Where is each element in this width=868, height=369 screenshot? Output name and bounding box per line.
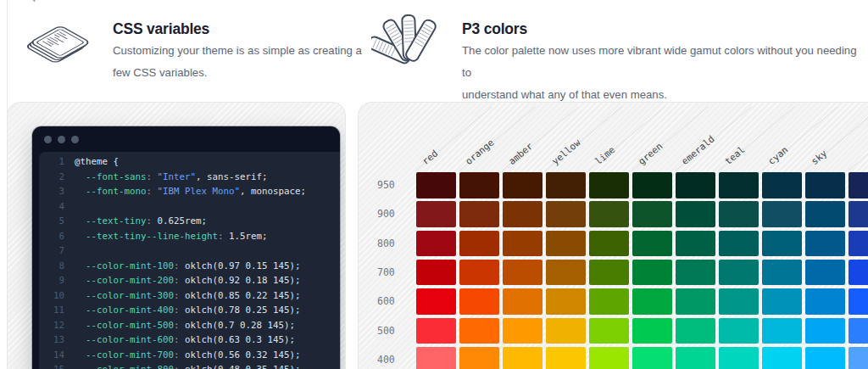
code-token-plain: , sans-serif; bbox=[196, 171, 268, 182]
code-token-punct: : bbox=[174, 364, 185, 369]
code-token-punct: : bbox=[174, 349, 185, 361]
code-editor-panel: 1@theme {2 --font-sans: "Inter", sans-se… bbox=[39, 152, 340, 369]
swatch-yellow-900 bbox=[546, 201, 586, 227]
code-line: 7 bbox=[39, 243, 340, 259]
swatch-red-900 bbox=[416, 201, 456, 227]
swatch-yellow-800 bbox=[546, 231, 586, 257]
swatch-lime-700 bbox=[589, 260, 629, 286]
code-line: 10 --color-mint-300: oklch(0.85 0.22 145… bbox=[39, 288, 340, 304]
line-number: 15 bbox=[42, 362, 64, 369]
line-number: 14 bbox=[42, 348, 64, 363]
swatch-orange-600 bbox=[459, 288, 499, 315]
swatch-amber-400 bbox=[503, 347, 542, 369]
line-number: 6 bbox=[42, 229, 64, 244]
swatch-yellow-500 bbox=[546, 318, 586, 344]
window-maximize-dot bbox=[71, 136, 79, 143]
swatch-teal-950 bbox=[719, 172, 759, 198]
description-line: Customizing your theme is as simple as c… bbox=[113, 40, 362, 62]
code-line: 8 --color-mint-100: oklch(0.97 0.15 145)… bbox=[39, 259, 340, 274]
swatch-teal-600 bbox=[719, 288, 759, 315]
code-line: 5 --text-tiny: 0.625rem; bbox=[39, 214, 340, 229]
description-line: few CSS variables. bbox=[113, 62, 362, 84]
code-tablet-isometric-icon bbox=[25, 12, 95, 71]
swatch-lime-400 bbox=[589, 347, 629, 369]
column-label-text: lime bbox=[593, 144, 618, 167]
line-number: 1 bbox=[42, 154, 64, 170]
line-number: 8 bbox=[42, 259, 64, 274]
code-token-punct: : bbox=[174, 275, 185, 286]
swatch-amber-500 bbox=[503, 318, 542, 344]
window-close-dot bbox=[44, 136, 52, 143]
swatch-red-950 bbox=[416, 172, 456, 198]
color-swatches-fan-icon bbox=[371, 10, 448, 64]
swatch-sky-600 bbox=[805, 288, 845, 315]
swatch-yellow-700 bbox=[546, 260, 586, 286]
code-token-plain: 1.5rem; bbox=[229, 231, 268, 242]
swatch-lime-950 bbox=[589, 172, 629, 198]
swatch-cyan-600 bbox=[762, 288, 802, 315]
code-token-prop: --text-tiny bbox=[75, 215, 147, 226]
code-token-prop: --color-mint-200 bbox=[75, 275, 174, 286]
swatch-sky-800 bbox=[805, 231, 845, 257]
swatch-red-500 bbox=[416, 318, 456, 344]
line-number: 4 bbox=[42, 199, 64, 215]
swatch-emerald-950 bbox=[676, 172, 715, 198]
feature-description-p3-colors: The color palette now uses more vibrant … bbox=[462, 40, 868, 106]
swatch-blue-800 bbox=[849, 231, 868, 257]
swatch-green-400 bbox=[632, 347, 672, 369]
cropped-decoration-fragment bbox=[29, 0, 42, 4]
code-token-plain: oklch(0.63 0.3 145); bbox=[185, 334, 295, 345]
swatch-cyan-950 bbox=[762, 172, 802, 198]
line-number: 11 bbox=[42, 303, 64, 318]
column-label-text: amber bbox=[507, 141, 536, 167]
swatch-lime-900 bbox=[589, 201, 629, 227]
feature-description-css-variables: Customizing your theme is as simple as c… bbox=[113, 40, 362, 84]
window-minimize-dot bbox=[58, 136, 65, 143]
swatch-teal-700 bbox=[719, 260, 759, 286]
swatch-teal-800 bbox=[719, 231, 759, 257]
shade-row-label-600: 600 bbox=[377, 288, 395, 315]
code-block: 1@theme {2 --font-sans: "Inter", sans-se… bbox=[39, 152, 340, 369]
code-token-str: "Inter" bbox=[158, 171, 197, 182]
swatch-orange-800 bbox=[459, 231, 499, 257]
code-token-prop: --color-mint-300 bbox=[75, 290, 174, 301]
swatch-emerald-700 bbox=[676, 260, 715, 286]
code-line: 4 bbox=[39, 199, 340, 215]
swatch-yellow-950 bbox=[546, 172, 586, 198]
shade-row-label-950: 950 bbox=[377, 172, 395, 198]
column-label-text: cyan bbox=[766, 144, 791, 167]
swatch-amber-950 bbox=[503, 172, 542, 198]
code-line: 12 --color-mint-500: oklch(0.7 0.28 145)… bbox=[39, 318, 340, 333]
code-token-punct: : bbox=[174, 305, 185, 316]
code-token-punct: : bbox=[147, 186, 158, 197]
code-token-prop: --color-mint-400 bbox=[75, 305, 174, 316]
code-token-punct: : bbox=[218, 231, 229, 242]
swatch-orange-900 bbox=[459, 201, 499, 227]
swatch-blue-950 bbox=[849, 172, 868, 198]
code-token-prop: --font-sans bbox=[75, 171, 147, 182]
window-titlebar bbox=[32, 126, 340, 152]
swatch-lime-800 bbox=[589, 231, 629, 257]
code-token-plain: oklch(0.7 0.28 145); bbox=[185, 320, 295, 331]
code-token-prop: --color-mint-500 bbox=[75, 320, 174, 331]
swatch-sky-500 bbox=[805, 318, 845, 344]
column-label-text: emerald bbox=[680, 133, 717, 167]
description-line: The color palette now uses more vibrant … bbox=[462, 40, 868, 84]
swatch-emerald-600 bbox=[676, 288, 715, 315]
code-line: 2 --font-sans: "Inter", sans-serif; bbox=[39, 170, 340, 185]
swatch-emerald-900 bbox=[676, 201, 715, 227]
column-label-text: orange bbox=[464, 137, 497, 167]
swatch-red-700 bbox=[416, 260, 456, 286]
code-token-plain: , monospace; bbox=[240, 186, 306, 197]
swatch-cyan-800 bbox=[762, 231, 802, 257]
swatch-teal-500 bbox=[719, 318, 759, 344]
line-number: 5 bbox=[42, 214, 64, 229]
line-number: 9 bbox=[42, 273, 64, 288]
swatch-green-800 bbox=[632, 231, 672, 257]
swatch-emerald-800 bbox=[676, 231, 715, 257]
code-token-plain: oklch(0.78 0.25 145); bbox=[185, 305, 301, 316]
column-label-text: teal bbox=[723, 144, 748, 167]
swatch-green-600 bbox=[632, 288, 672, 315]
line-number: 7 bbox=[42, 243, 64, 259]
feature-title-p3-colors: P3 colors bbox=[462, 20, 527, 38]
